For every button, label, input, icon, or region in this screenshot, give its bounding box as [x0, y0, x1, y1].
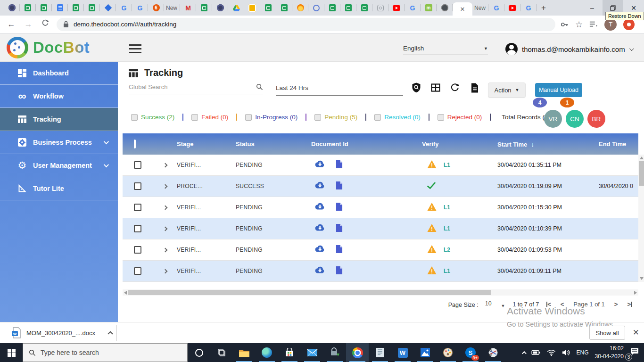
view-document-icon[interactable]	[336, 202, 343, 213]
expand-row-chevron-icon[interactable]	[163, 247, 168, 252]
forward-button[interactable]: →	[20, 20, 37, 29]
table-row[interactable]: PROCE... SUCCESS 30/04/2020 01:19:09 PM …	[123, 176, 638, 197]
row-checkbox[interactable]	[134, 246, 141, 254]
flame-favicon-tab[interactable]	[292, 0, 308, 16]
assignee-avatar-vr[interactable]: VR	[544, 110, 562, 128]
header-start-time[interactable]: Start Time↓	[497, 140, 599, 148]
minimize-button[interactable]: –	[582, 0, 603, 16]
sheets-favicon-tab[interactable]	[276, 0, 292, 16]
start-button[interactable]	[0, 343, 23, 362]
mandala-favicon-tab[interactable]	[212, 0, 228, 16]
view-document-icon[interactable]	[336, 181, 343, 191]
extension-icon[interactable]	[623, 19, 635, 30]
filter-checkbox[interactable]	[191, 114, 198, 121]
verify-warning-icon[interactable]	[427, 160, 437, 170]
key-icon[interactable]	[560, 20, 569, 29]
last-page-button[interactable]: >	[627, 301, 632, 308]
assignee-avatar-br[interactable]: BR	[587, 110, 605, 128]
notepad-taskbar-icon[interactable]	[369, 343, 391, 362]
close-tab-icon[interactable]: ✕	[460, 6, 465, 13]
globedark-favicon-tab[interactable]	[437, 0, 453, 16]
filter-checkbox[interactable]	[374, 114, 381, 121]
first-page-button[interactable]: <	[546, 301, 551, 308]
browser-tab[interactable]: New	[164, 0, 180, 16]
sidebar-item-tracking[interactable]: Tracking	[0, 108, 118, 131]
mgreen-favicon-tab[interactable]: m	[421, 0, 437, 16]
diamond-favicon-tab[interactable]	[100, 0, 116, 16]
grid-view-icon[interactable]	[430, 82, 441, 93]
expand-row-chevron-icon[interactable]	[163, 163, 168, 167]
scroll-up-arrow[interactable]	[640, 156, 644, 159]
prev-page-button[interactable]: <	[561, 301, 564, 308]
downloaded-file-item[interactable]: W MOM_30042020_....docx	[7, 325, 116, 340]
close-download-bar-icon[interactable]: ✕	[633, 328, 639, 337]
drive-favicon-tab[interactable]	[228, 0, 244, 16]
snip-taskbar-icon[interactable]	[482, 343, 504, 362]
sheets-favicon-tab[interactable]	[68, 0, 84, 16]
google-favicon-tab[interactable]: G	[405, 0, 421, 16]
verify-warning-icon[interactable]	[427, 223, 437, 234]
scroll-left-arrow[interactable]	[124, 291, 127, 295]
sheets-favicon-tab[interactable]	[84, 0, 100, 16]
language-select[interactable]: English ▼	[403, 45, 488, 55]
view-document-icon[interactable]	[336, 223, 343, 234]
menu-toggle-button[interactable]	[129, 44, 141, 56]
bookmark-star-icon[interactable]: ☆	[575, 19, 583, 30]
sheets-favicon-tab[interactable]	[36, 0, 52, 16]
expand-row-chevron-icon[interactable]	[163, 184, 168, 189]
sheets-favicon-tab[interactable]	[260, 0, 276, 16]
scroll-right-arrow[interactable]	[634, 291, 637, 295]
sheets-favicon-tab[interactable]	[324, 0, 340, 16]
google-favicon-tab[interactable]: G	[488, 0, 504, 16]
header-stage[interactable]: Stage	[177, 140, 236, 148]
lock-taskbar-icon[interactable]	[323, 343, 346, 362]
sheets-favicon-tab[interactable]	[340, 0, 356, 16]
download-document-icon[interactable]	[313, 160, 325, 170]
sheets-favicon-tab[interactable]	[196, 0, 212, 16]
verify-warning-icon[interactable]	[427, 202, 437, 213]
download-document-icon[interactable]	[313, 202, 325, 213]
edge-taskbar-icon[interactable]	[256, 343, 278, 362]
table-row[interactable]: VERIFI... PENDING L1 30/04/2020 01:35:11…	[123, 155, 638, 176]
filter-checkbox[interactable]	[314, 114, 321, 121]
input-language-indicator[interactable]: ENG	[577, 349, 589, 356]
sidebar-item-dashboard[interactable]: Dashboard	[0, 62, 118, 85]
header-verify[interactable]: Verify	[422, 140, 497, 148]
global-search-input[interactable]: Global Search	[129, 83, 263, 94]
download-document-icon[interactable]	[313, 223, 325, 234]
verify-warning-icon[interactable]	[427, 266, 437, 276]
verify-success-icon[interactable]	[427, 181, 436, 191]
youtube-favicon-tab[interactable]	[504, 0, 520, 16]
filter-checkbox[interactable]	[131, 114, 138, 121]
assignee-avatar-cn[interactable]: CN	[566, 110, 584, 128]
back-button[interactable]: ←	[3, 20, 20, 29]
globe-favicon-tab[interactable]	[308, 0, 324, 16]
download-document-icon[interactable]	[313, 181, 325, 191]
browser-tab[interactable]: New	[472, 0, 488, 16]
paint-taskbar-icon[interactable]	[437, 343, 459, 362]
tray-expand-icon[interactable]	[522, 351, 527, 355]
explorer-taskbar-icon[interactable]	[233, 343, 256, 362]
google-favicon-tab[interactable]: G	[520, 0, 537, 16]
vertical-scrollbar[interactable]	[638, 155, 644, 282]
horizontal-scrollbar[interactable]	[123, 289, 638, 296]
expand-row-chevron-icon[interactable]	[163, 226, 168, 231]
volume-icon[interactable]	[562, 349, 570, 356]
view-document-icon[interactable]	[336, 245, 343, 255]
download-document-icon[interactable]	[313, 266, 325, 276]
header-status[interactable]: Status	[236, 140, 311, 148]
table-row[interactable]: VERIFI... PENDING L1 30/04/2020 01:15:30…	[123, 197, 638, 218]
view-document-icon[interactable]	[336, 266, 343, 276]
page-size-caret-icon[interactable]: ▼	[501, 304, 505, 308]
vertical-scroll-thumb[interactable]	[639, 161, 644, 186]
audit-shield-icon[interactable]	[411, 82, 421, 93]
horizontal-scroll-thumb[interactable]	[128, 290, 491, 295]
reading-list-icon[interactable]	[589, 21, 598, 28]
camera-favicon-tab[interactable]	[372, 0, 388, 16]
row-checkbox[interactable]	[134, 182, 141, 190]
gmail-favicon-tab[interactable]: M	[180, 0, 196, 16]
filter-checkbox[interactable]	[438, 114, 444, 121]
table-row[interactable]: VERIFI... PENDING L1 30/04/2020 01:10:39…	[123, 218, 638, 239]
verify-warning-icon[interactable]	[427, 245, 437, 255]
yellow-favicon-tab[interactable]	[244, 0, 260, 16]
